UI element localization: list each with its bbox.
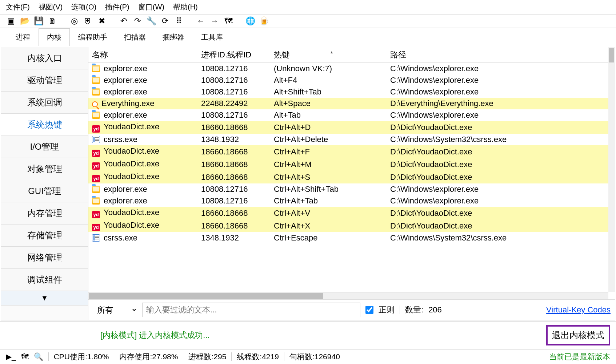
arrow-right-icon[interactable]: → [209,16,220,26]
table-row[interactable]: explorer.exe10808.12716Alt+Shift+TabC:\W… [88,86,615,98]
cell-path: C:\Windows\explorer.exe [387,109,615,121]
col-pid-tid[interactable]: 进程ID.线程ID [197,47,270,63]
cell-hotkey: Ctrl+Alt+V [270,207,387,219]
table-row[interactable]: explorer.exe10808.12716Alt+F4C:\Windows\… [88,74,615,86]
cell-name: csrss.exe [88,232,197,244]
cell-pid: 10808.12716 [197,63,270,75]
globe-icon[interactable]: 🌐 [245,16,255,26]
menu-plugins[interactable]: 插件(P) [105,2,129,12]
cell-name: ydYoudaoDict.exe [88,121,197,134]
cell-pid: 18660.18668 [197,219,270,232]
sidebar-object-mgmt[interactable]: 对象管理 [1,158,88,180]
cell-path: D:\Dict\YoudaoDict.exe [387,121,615,134]
count-value: 206 [428,305,442,315]
cell-pid: 10808.12716 [197,74,270,86]
shield-icon[interactable]: ⛨ [83,16,93,26]
regex-checkbox[interactable] [365,306,373,314]
menu-options[interactable]: 选项(O) [71,2,96,12]
cell-name: explorer.exe [88,86,197,98]
open-icon[interactable]: 📂 [20,16,30,26]
cell-path: D:\Dict\YoudaoDict.exe [387,171,615,183]
table-row[interactable]: ydYoudaoDict.exe18660.18668Ctrl+Alt+SD:\… [88,171,615,183]
redo-icon[interactable]: ↷ [132,16,143,26]
cell-name: Everything.exe [88,98,197,109]
refresh-icon[interactable]: ⟳ [160,16,170,26]
col-hotkey[interactable]: 热键 [270,47,387,63]
table-row[interactable]: csrss.exe1348.1932Ctrl+EscapeC:\Windows\… [88,232,615,244]
horizontal-scrollbar[interactable] [88,292,608,299]
sidebar-driver-mgmt[interactable]: 驱动管理 [1,69,88,92]
tab-kernel[interactable]: 内核 [39,28,70,46]
tab-process[interactable]: 进程 [7,28,39,46]
cell-pid: 18660.18668 [197,171,270,183]
map-small-icon[interactable]: 🗺 [21,352,29,361]
sidebar-network-mgmt[interactable]: 网络管理 [1,247,88,269]
table-row[interactable]: ydYoudaoDict.exe18660.18668Ctrl+Alt+DD:\… [88,121,615,134]
table-row[interactable]: csrss.exe1348.1932Ctrl+Alt+DeleteC:\Wind… [88,134,615,145]
grid-icon[interactable]: ⠿ [174,16,184,26]
hotkey-table: 名称 进程ID.线程ID 热键 路径 explorer.exe10808.127… [88,47,615,244]
cell-hotkey: Ctrl+Alt+Shift+Tab [270,183,387,195]
main-area: 内核入口 驱动管理 系统回调 系统热键 I/O管理 对象管理 GUI管理 内存管… [1,47,615,320]
table-row[interactable]: explorer.exe10808.12716Alt+TabC:\Windows… [88,109,615,121]
toolbar-icon-1[interactable]: ▣ [6,16,16,26]
tab-bundler[interactable]: 捆绑器 [154,28,193,46]
tab-tools[interactable]: 工具库 [193,28,231,46]
vertical-scrollbar[interactable] [608,47,615,292]
cell-name: ydYoudaoDict.exe [88,207,197,219]
beer-icon[interactable]: 🍺 [259,16,269,26]
cell-pid: 22488.22492 [197,98,270,109]
filter-scope-select[interactable]: 所有 [93,304,137,316]
cell-name: explorer.exe [88,109,197,121]
cell-hotkey: (Unknown VK:7) [270,63,387,75]
cell-pid: 18660.18668 [197,145,270,158]
cell-hotkey: Ctrl+Alt+X [270,219,387,232]
save-icon[interactable]: 💾 [33,16,44,26]
table-row[interactable]: ydYoudaoDict.exe18660.18668Ctrl+Alt+XD:\… [88,219,615,232]
map-icon[interactable]: 🗺 [223,16,233,26]
undo-icon[interactable]: ↶ [119,16,129,26]
menu-window[interactable]: 窗口(W) [138,2,164,12]
cell-hotkey: Ctrl+Alt+Delete [270,134,387,145]
close-x-icon[interactable]: ✖ [97,16,107,26]
col-path[interactable]: 路径 [387,47,615,63]
sidebar-kernel-entry[interactable]: 内核入口 [1,47,88,69]
target-icon[interactable]: ◎ [69,16,79,26]
tab-coding-helper[interactable]: 编程助手 [70,28,116,46]
sidebar-debug-component[interactable]: 调试组件 [1,269,88,291]
sidebar-io-mgmt[interactable]: I/O管理 [1,136,88,158]
filter-text-input[interactable] [142,303,360,317]
table-row[interactable]: explorer.exe10808.12716Ctrl+Alt+TabC:\Wi… [88,195,615,207]
kernel-sidebar: 内核入口 驱动管理 系统回调 系统热键 I/O管理 对象管理 GUI管理 内存管… [1,47,88,320]
wrench-icon[interactable]: 🔧 [146,16,156,26]
cell-pid: 10808.12716 [197,183,270,195]
menu-view[interactable]: 视图(V) [39,2,63,12]
menu-help[interactable]: 帮助(H) [173,2,198,12]
table-row[interactable]: ydYoudaoDict.exe18660.18668Ctrl+Alt+FD:\… [88,145,615,158]
terminal-icon[interactable]: ▶_ [6,352,16,361]
cell-name: explorer.exe [88,183,197,195]
col-name[interactable]: 名称 [88,47,197,63]
arrow-left-icon[interactable]: ← [196,16,206,26]
sidebar-gui-mgmt[interactable]: GUI管理 [1,180,88,202]
sidebar-system-callback[interactable]: 系统回调 [1,92,88,114]
cell-path: D:\Dict\YoudaoDict.exe [387,158,615,171]
tab-scanner[interactable]: 扫描器 [116,28,154,46]
sidebar-memory-mgmt[interactable]: 内存管理 [1,202,88,225]
search-icon[interactable]: 🔍 [34,352,43,361]
table-row[interactable]: explorer.exe10808.12716(Unknown VK:7)C:\… [88,63,615,75]
status-bar: [内核模式] 进入内核模式成功... 退出内核模式 [0,321,616,349]
menu-file[interactable]: 文件(F) [6,2,30,12]
document-icon[interactable]: 🗎 [47,16,57,26]
table-row[interactable]: Everything.exe22488.22492Alt+SpaceD:\Eve… [88,98,615,109]
virtual-key-codes-link[interactable]: Virtual-Key Codes [546,305,611,315]
sidebar-expand-toggle[interactable]: ▼ [1,291,88,306]
table-row[interactable]: ydYoudaoDict.exe18660.18668Ctrl+Alt+MD:\… [88,158,615,171]
cell-name: csrss.exe [88,134,197,145]
sidebar-system-hotkey[interactable]: 系统热键 [1,114,88,136]
exit-kernel-mode-button[interactable]: 退出内核模式 [546,325,610,345]
sidebar-storage-mgmt[interactable]: 存储管理 [1,225,88,247]
table-row[interactable]: ydYoudaoDict.exe18660.18668Ctrl+Alt+VD:\… [88,207,615,219]
table-row[interactable]: explorer.exe10808.12716Ctrl+Alt+Shift+Ta… [88,183,615,195]
cell-path: C:\Windows\explorer.exe [387,74,615,86]
